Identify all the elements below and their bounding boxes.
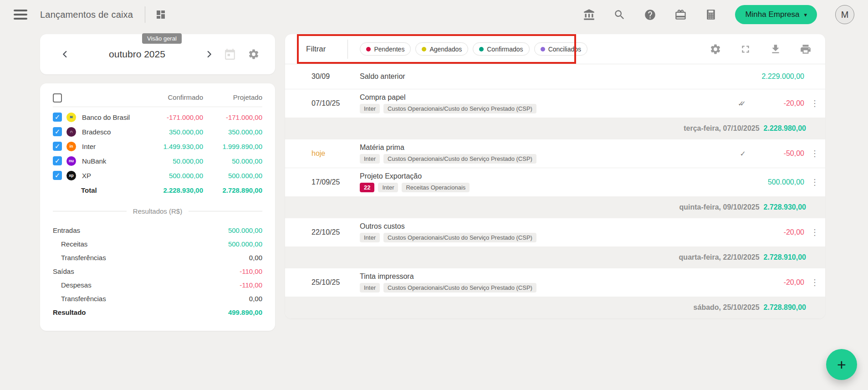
select-all-checkbox[interactable]: [53, 93, 62, 103]
entry-amount: 2.229.000,00: [746, 72, 804, 81]
entry-date: 30/09: [311, 72, 360, 81]
chip-label: Conciliados: [548, 46, 581, 53]
summary-balance: 2.728.930,00: [764, 203, 806, 211]
filter-chip[interactable]: Conciliados: [534, 42, 587, 56]
result-value: -110,00: [240, 267, 262, 275]
status-dot-icon: [422, 47, 426, 51]
page-title: Lançamentos de caixa: [40, 10, 133, 20]
accounts-card: Confirmado Projetado ✓ ≋ Banco do Brasil…: [40, 83, 275, 331]
ledger-entry-row[interactable]: 22/10/25 Outros custos InterCustos Opera…: [285, 218, 825, 246]
entry-tag: Inter: [378, 183, 398, 192]
entry-date: hoje: [311, 149, 360, 158]
calendar-icon: [224, 48, 236, 60]
account-projetado: 500.000,00: [203, 168, 262, 183]
entry-tag: Inter: [360, 283, 380, 292]
bank-logo: xp: [66, 171, 76, 180]
result-row: Transferências 0,00: [53, 251, 262, 264]
filter-label: Filtrar: [306, 45, 326, 54]
day-summary-row: quarta-feira, 22/10/2025 2.728.910,00: [285, 246, 825, 268]
summary-date: quarta-feira, 22/10/2025: [679, 253, 760, 262]
row-menu-icon[interactable]: ⋮: [804, 98, 825, 108]
gift-icon[interactable]: [674, 9, 687, 21]
avatar[interactable]: M: [835, 5, 854, 24]
chip-label: Confirmados: [487, 46, 523, 53]
download-icon[interactable]: [770, 43, 781, 55]
accounts-table: Confirmado Projetado ✓ ≋ Banco do Brasil…: [53, 93, 262, 197]
bank-logo: ∩: [66, 127, 76, 137]
day-summary-row: terça-feira, 07/10/2025 2.228.980,00: [285, 118, 825, 139]
account-projetado: 50.000,00: [203, 154, 262, 168]
print-icon[interactable]: [800, 43, 812, 55]
entry-amount: -20,00: [746, 99, 804, 108]
row-menu-icon[interactable]: ⋮: [804, 277, 825, 287]
result-row: Entradas 500.000,00: [53, 223, 262, 237]
month-navigation-card: Visão geral outubro 2025: [40, 34, 275, 74]
account-confirmado: 350.000,00: [145, 124, 203, 139]
dashboard-icon[interactable]: [155, 9, 166, 20]
result-label: Despesas: [53, 281, 92, 289]
ledger-entry-row[interactable]: 25/10/25 Tinta impressora InterCustos Op…: [285, 268, 825, 297]
company-name: Minha Empresa: [745, 10, 799, 19]
search-icon[interactable]: [613, 9, 626, 21]
entry-tag: Inter: [360, 104, 380, 113]
row-menu-icon[interactable]: ⋮: [804, 177, 825, 187]
check-icon: ✓✓: [714, 99, 746, 108]
account-checkbox[interactable]: ✓: [53, 113, 62, 122]
result-value: -110,00: [240, 281, 262, 289]
summary-date: quinta-feira, 09/10/2025: [679, 203, 759, 211]
calculator-icon[interactable]: [705, 9, 717, 21]
avatar-initial: M: [841, 10, 849, 20]
help-icon[interactable]: [644, 9, 656, 21]
filter-chip[interactable]: Confirmados: [473, 42, 529, 56]
entry-amount: -20,00: [746, 228, 804, 236]
result-row: Receitas 500.000,00: [53, 237, 262, 251]
result-label: Transferências: [53, 254, 106, 262]
account-projetado: -171.000,00: [203, 110, 262, 124]
account-checkbox[interactable]: ✓: [53, 142, 62, 151]
ledger-entry-row[interactable]: 30/09 Saldo anterior 2.229.000,00: [285, 64, 825, 89]
entry-date: 25/10/25: [311, 278, 360, 287]
entry-date: 07/10/25: [311, 99, 360, 108]
filter-chip[interactable]: Pendentes: [360, 42, 411, 56]
result-label: Entradas: [53, 226, 80, 234]
result-value: 499.890,00: [228, 308, 262, 316]
top-bar-actions: Minha Empresa ▾ M: [583, 5, 854, 24]
status-dot-icon: [541, 47, 545, 51]
menu-icon[interactable]: [14, 10, 27, 20]
account-checkbox[interactable]: ✓: [53, 127, 62, 136]
result-label: Saídas: [53, 267, 74, 275]
company-selector-button[interactable]: Minha Empresa ▾: [735, 5, 817, 24]
bank-icon[interactable]: [583, 9, 595, 21]
entry-date: 17/09/25: [311, 178, 360, 186]
ledger-entry-row[interactable]: hoje Matéria prima InterCustos Operacion…: [285, 139, 825, 168]
filter-chip[interactable]: Agendados: [415, 42, 468, 56]
entry-title: Saldo anterior: [360, 72, 714, 81]
ledger-entry-row[interactable]: 17/09/25 Projeto Exportação 22InterRecei…: [285, 168, 825, 196]
add-entry-fab[interactable]: +: [826, 349, 857, 380]
row-menu-icon[interactable]: ⋮: [804, 227, 825, 237]
account-projetado: 350.000,00: [203, 124, 262, 139]
summary-date: terça-feira, 07/10/2025: [684, 124, 759, 133]
next-month-button[interactable]: [202, 47, 216, 61]
status-dot-icon: [366, 47, 371, 51]
ledger-entry-row[interactable]: 07/10/25 Compra papel InterCustos Operac…: [285, 89, 825, 118]
results-list: Entradas 500.000,00 Receitas 500.000,00 …: [53, 223, 262, 319]
fullscreen-icon[interactable]: [740, 43, 751, 55]
previous-month-button[interactable]: [58, 47, 72, 61]
ledger-settings-icon[interactable]: [710, 43, 721, 55]
account-confirmado: 500.000,00: [145, 168, 203, 183]
result-value: 0,00: [249, 254, 262, 262]
main-content: Visão geral outubro 2025: [0, 29, 868, 331]
account-name: Banco do Brasil: [81, 110, 145, 124]
bank-logo: ≋: [66, 113, 76, 122]
day-summary-row: quinta-feira, 09/10/2025 2.728.930,00: [285, 196, 825, 218]
row-menu-icon[interactable]: ⋮: [804, 149, 825, 159]
result-value: 500.000,00: [228, 226, 262, 234]
account-checkbox[interactable]: ✓: [53, 156, 62, 165]
chevron-down-icon: ▾: [804, 11, 807, 18]
total-label: Total: [81, 183, 145, 197]
result-value: 500.000,00: [228, 240, 262, 248]
account-checkbox[interactable]: ✓: [53, 171, 62, 180]
check-icon: ✓: [714, 149, 746, 158]
overview-settings-icon[interactable]: [248, 48, 260, 60]
